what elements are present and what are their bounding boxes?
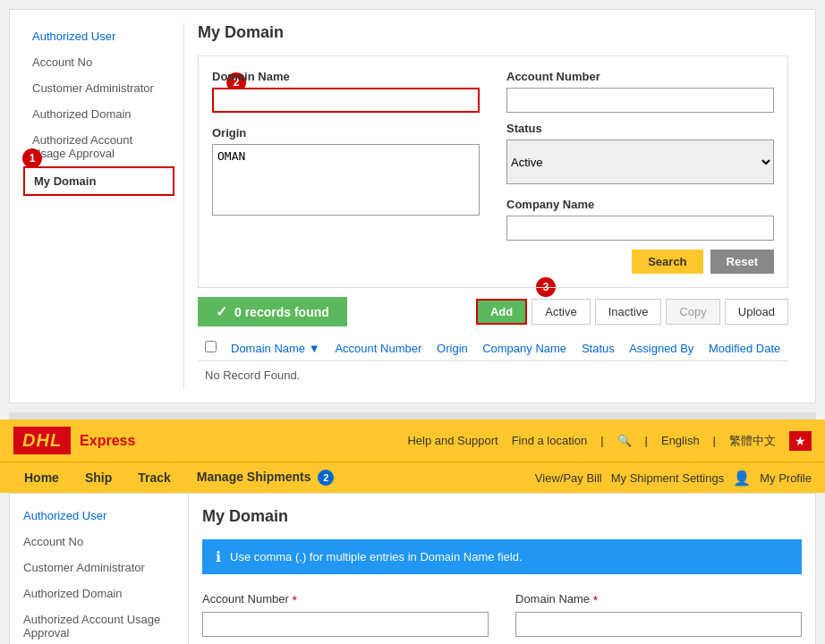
person-icon: 👤 xyxy=(733,470,751,487)
search-form: Domain Name Origin OMAN Account Number S… xyxy=(198,55,788,288)
status-label: Status xyxy=(506,122,774,135)
sidebar-top: Authorized User Account No Customer Admi… xyxy=(23,23,184,389)
col-company-name[interactable]: Company Name xyxy=(475,335,574,361)
dhl-nav-left: Home Ship Track Manage Shipments 2 xyxy=(13,462,344,493)
sidebar-b-customer-admin[interactable]: Customer Administrator xyxy=(10,555,188,580)
step-1-badge: 1 xyxy=(22,148,42,168)
domain-name-label: Domain Name xyxy=(212,70,480,83)
find-location-link[interactable]: Find a location xyxy=(512,434,588,447)
bottom-panel: Authorized User Account No Customer Admi… xyxy=(9,493,816,644)
dhl-nav-right: View/Pay Bill My Shipment Settings 👤 My … xyxy=(535,470,812,487)
col-status[interactable]: Status xyxy=(574,335,622,361)
separator xyxy=(9,412,816,419)
account-number-input[interactable] xyxy=(506,88,774,113)
origin-label: Origin xyxy=(212,126,480,140)
chinese-lang-link[interactable]: 繁體中文 xyxy=(729,433,776,449)
main-bottom: My Domain ℹ Use comma (,) for multiple e… xyxy=(189,494,815,644)
col-modified-date[interactable]: Modified Date xyxy=(702,335,788,361)
nav-ship[interactable]: Ship xyxy=(74,462,123,493)
domain-table: Domain Name ▼ Account Number Origin Comp… xyxy=(198,335,788,389)
sidebar-b-authorized-user[interactable]: Authorized User xyxy=(10,503,188,529)
company-name-label: Company Name xyxy=(506,198,774,211)
dhl-express-label: Express xyxy=(80,433,135,449)
sidebar-item-customer-admin[interactable]: Customer Administrator xyxy=(23,75,174,101)
lang-divider: | xyxy=(713,434,716,447)
add-account-number-label: Account Number * xyxy=(202,592,489,607)
search-icon[interactable]: 🔍 xyxy=(617,434,632,447)
page-title-bottom: My Domain xyxy=(202,507,802,526)
domain-name-col: Domain Name * xyxy=(515,592,802,640)
dhl-header: DHL Express Help and Support Find a loca… xyxy=(0,419,825,462)
manage-shipments-badge: 2 xyxy=(318,470,334,486)
sidebar-item-authorized-user[interactable]: Authorized User xyxy=(23,23,174,49)
action-buttons: Add Active Inactive Copy Upload xyxy=(476,299,788,325)
bottom-layout: Authorized User Account No Customer Admi… xyxy=(10,494,815,644)
info-box: ℹ Use comma (,) for multiple entries in … xyxy=(202,539,802,574)
english-lang-link[interactable]: English xyxy=(661,434,700,447)
origin-textarea[interactable]: OMAN xyxy=(212,144,480,216)
account-number-label: Account Number xyxy=(506,70,774,83)
add-form: Account Number * Domain Name * xyxy=(202,592,802,640)
sidebar-bottom: Authorized User Account No Customer Admi… xyxy=(10,494,189,644)
domain-name-input[interactable] xyxy=(212,88,480,113)
my-shipment-settings-link[interactable]: My Shipment Settings xyxy=(611,471,724,485)
dhl-nav: Home Ship Track Manage Shipments 2 View/… xyxy=(0,462,825,493)
dhl-logo-text: DHL xyxy=(13,427,71,454)
page-title-top: My Domain xyxy=(198,23,788,42)
nav-manage-shipments[interactable]: Manage Shipments 2 xyxy=(186,462,344,493)
col-account-number[interactable]: Account Number xyxy=(327,335,430,361)
my-profile-link[interactable]: My Profile xyxy=(760,471,812,485)
sidebar-b-account-no[interactable]: Account No xyxy=(10,529,188,555)
star-icon[interactable]: ★ xyxy=(789,431,812,451)
reset-button[interactable]: Reset xyxy=(710,250,774,274)
add-domain-name-textarea[interactable] xyxy=(515,612,802,637)
view-pay-bill-link[interactable]: View/Pay Bill xyxy=(535,471,602,485)
sidebar-item-account-no[interactable]: Account No xyxy=(23,49,174,75)
divider2: | xyxy=(645,434,648,447)
status-select[interactable]: Active Inactive xyxy=(506,140,774,184)
col-origin[interactable]: Origin xyxy=(430,335,475,361)
sidebar-b-authorized-account-usage[interactable]: Authorized Account Usage Approval xyxy=(10,606,188,644)
col-assigned-by[interactable]: Assigned By xyxy=(622,335,702,361)
required-star-domain: * xyxy=(593,593,598,607)
upload-button[interactable]: Upload xyxy=(725,299,788,325)
sidebar-b-authorized-domain[interactable]: Authorized Domain xyxy=(10,580,188,606)
info-icon: ℹ xyxy=(216,548,221,565)
check-icon: ✓ xyxy=(216,303,227,320)
info-message: Use comma (,) for multiple entries in Do… xyxy=(230,550,523,564)
records-found: ✓ 0 records found xyxy=(198,297,347,326)
dhl-header-right: Help and Support Find a location | 🔍 | E… xyxy=(407,431,812,451)
company-name-input[interactable] xyxy=(506,216,774,241)
records-bar: ✓ 0 records found Add Active Inactive Co… xyxy=(198,297,788,326)
inactive-button[interactable]: Inactive xyxy=(595,299,662,325)
sidebar-item-authorized-domain[interactable]: Authorized Domain xyxy=(23,101,174,127)
copy-button[interactable]: Copy xyxy=(666,299,719,325)
sort-icon: ▼ xyxy=(309,342,320,355)
col-domain-name[interactable]: Domain Name ▼ xyxy=(224,335,327,361)
required-star-account: * xyxy=(292,593,296,607)
help-support-link[interactable]: Help and Support xyxy=(407,434,498,447)
active-button[interactable]: Active xyxy=(532,299,590,325)
select-all-checkbox[interactable] xyxy=(205,341,217,352)
search-button[interactable]: Search xyxy=(632,250,702,274)
sidebar-item-authorized-account-usage[interactable]: Authorized Account Usage Approval xyxy=(23,127,174,166)
divider: | xyxy=(600,434,603,447)
dhl-logo: DHL Express xyxy=(13,427,135,454)
no-record-text: No Record Found. xyxy=(198,361,788,390)
left-form-col: Domain Name Origin OMAN xyxy=(212,70,480,241)
nav-home[interactable]: Home xyxy=(13,462,70,493)
records-count-text: 0 records found xyxy=(234,305,329,319)
sidebar-item-my-domain[interactable]: My Domain xyxy=(23,166,174,196)
main-content-top: My Domain Domain Name Origin OMAN Accoun… xyxy=(184,23,802,389)
account-number-col: Account Number * xyxy=(202,592,489,637)
add-domain-name-label: Domain Name * xyxy=(515,592,802,607)
add-button[interactable]: Add xyxy=(476,299,527,325)
right-form-col: Account Number Status Active Inactive Co… xyxy=(506,70,774,241)
nav-track[interactable]: Track xyxy=(127,462,182,493)
add-account-number-input[interactable] xyxy=(202,612,489,637)
